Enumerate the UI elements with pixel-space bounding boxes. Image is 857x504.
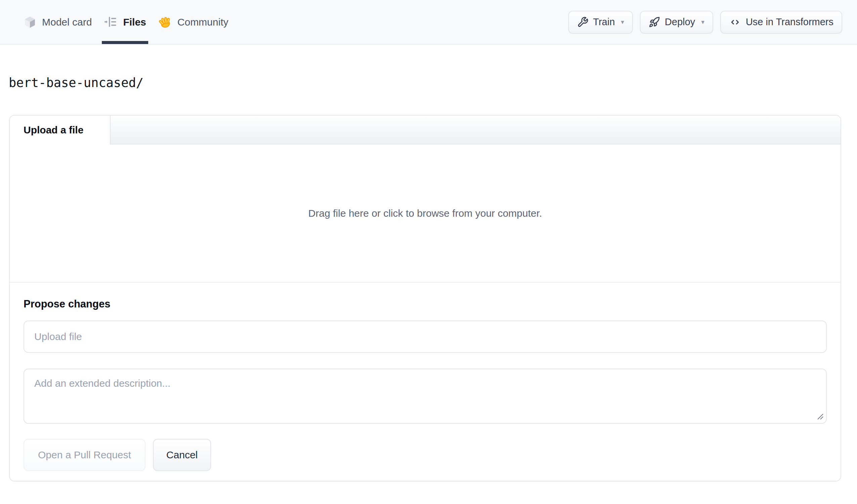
file-dropzone[interactable]: Drag file here or click to browse from y… (10, 145, 841, 283)
active-tab-underline (102, 41, 148, 44)
deploy-label: Deploy (665, 16, 695, 28)
chevron-down-icon: ▾ (621, 18, 624, 26)
tab-files[interactable]: Files (104, 0, 146, 44)
train-label: Train (593, 16, 615, 28)
repo-actions: Train ▾ Deploy ▾ Use in (568, 0, 857, 44)
file-versions-icon (104, 15, 118, 29)
propose-changes-heading: Propose changes (23, 298, 827, 310)
waving-hand-icon (158, 15, 172, 29)
cube-icon (23, 15, 37, 29)
breadcrumb[interactable]: bert-base-uncased/ (9, 75, 857, 90)
tab-model-card-label: Model card (42, 16, 92, 28)
cancel-button[interactable]: Cancel (153, 439, 211, 471)
tab-model-card[interactable]: Model card (23, 0, 92, 44)
upload-filename-input[interactable] (23, 321, 827, 353)
dropzone-hint: Drag file here or click to browse from y… (308, 208, 542, 219)
open-pull-request-button[interactable]: Open a Pull Request (23, 439, 146, 471)
train-button[interactable]: Train ▾ (568, 11, 633, 34)
repo-tabs: Model card Files (0, 0, 240, 44)
propose-changes-section: Propose changes Open a Pull Request Canc… (10, 298, 841, 481)
tabbar-filler (111, 116, 841, 145)
description-field-wrapper (23, 369, 827, 424)
tab-community[interactable]: Community (158, 0, 229, 44)
use-in-transformers-label: Use in Transformers (746, 16, 834, 28)
propose-actions-row: Open a Pull Request Cancel (23, 439, 827, 471)
tab-community-label: Community (178, 16, 229, 28)
tab-files-label: Files (123, 16, 146, 28)
wrench-icon (577, 16, 588, 28)
code-icon (729, 16, 741, 28)
repo-header: Model card Files (0, 0, 857, 45)
rocket-icon (649, 16, 660, 28)
extended-description-textarea[interactable] (23, 369, 827, 424)
chevron-down-icon: ▾ (701, 18, 704, 26)
use-in-transformers-button[interactable]: Use in Transformers (720, 11, 842, 34)
deploy-button[interactable]: Deploy ▾ (640, 11, 713, 34)
upload-card-tabbar: Upload a file (10, 116, 841, 145)
upload-card: Upload a file Drag file here or click to… (9, 115, 841, 482)
tab-upload-a-file[interactable]: Upload a file (10, 116, 111, 145)
